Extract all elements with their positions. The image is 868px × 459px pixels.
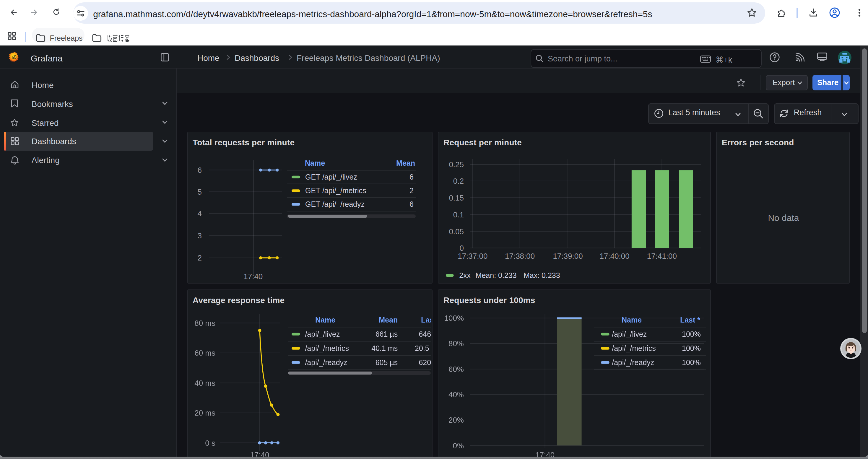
svg-text:3: 3 — [197, 232, 202, 240]
svg-text:0%: 0% — [453, 441, 464, 450]
svg-text:17:40: 17:40 — [535, 451, 555, 457]
svg-text:6: 6 — [197, 166, 202, 175]
svg-text:100%: 100% — [682, 345, 701, 353]
svg-text:/api/_/livez: /api/_/livez — [612, 330, 647, 338]
svg-text:Mean: 0.233: Mean: 0.233 — [476, 271, 517, 280]
svg-text:/api/_/readyz: /api/_/readyz — [305, 359, 347, 367]
svg-text:17:41:00: 17:41:00 — [647, 252, 677, 261]
svg-text:20.5 ms: 20.5 ms — [414, 345, 433, 353]
svg-text:/api/_/livez: /api/_/livez — [305, 330, 339, 338]
svg-text:0.05: 0.05 — [449, 227, 464, 236]
svg-text:40.1 ms: 40.1 ms — [371, 345, 397, 353]
svg-text:2: 2 — [197, 254, 202, 263]
svg-text:GET /api/_/livez: GET /api/_/livez — [305, 173, 357, 182]
svg-text:GET /api/_/readyz: GET /api/_/readyz — [305, 200, 364, 208]
svg-text:17:40: 17:40 — [243, 272, 262, 281]
svg-text:2: 2 — [409, 187, 413, 195]
svg-text:Name: Name — [622, 316, 642, 324]
svg-text:40%: 40% — [448, 391, 464, 399]
svg-text:/api/_/metrics: /api/_/metrics — [305, 345, 349, 353]
svg-text:17:37:00: 17:37:00 — [458, 252, 488, 261]
svg-text:2xx: 2xx — [459, 271, 471, 280]
svg-text:/api/_/metrics: /api/_/metrics — [612, 345, 656, 353]
svg-text:646 µs: 646 µs — [418, 330, 433, 338]
svg-text:6: 6 — [409, 173, 413, 182]
svg-text:20 ms: 20 ms — [194, 409, 215, 418]
svg-text:Mean: Mean — [396, 159, 415, 167]
svg-text:0.2: 0.2 — [453, 177, 464, 186]
svg-text:4: 4 — [197, 209, 202, 218]
svg-text:80 ms: 80 ms — [194, 319, 215, 328]
svg-text:Last *: Last * — [421, 316, 433, 324]
svg-text:17:39:00: 17:39:00 — [553, 252, 583, 261]
svg-text:6: 6 — [409, 200, 413, 208]
svg-text:100%: 100% — [682, 330, 701, 338]
svg-text:17:40:00: 17:40:00 — [599, 252, 629, 261]
svg-text:0 s: 0 s — [205, 438, 215, 448]
svg-text:Name: Name — [315, 316, 335, 324]
svg-text:100%: 100% — [682, 359, 701, 367]
svg-text:661 µs: 661 µs — [375, 330, 398, 338]
svg-text:17:40: 17:40 — [250, 451, 269, 457]
svg-text:620 µs: 620 µs — [418, 359, 433, 367]
svg-text:0.15: 0.15 — [449, 193, 464, 202]
svg-text:80%: 80% — [448, 339, 464, 348]
svg-text:Mean: Mean — [378, 316, 397, 324]
svg-text:/api/_/readyz: /api/_/readyz — [612, 359, 654, 367]
svg-text:100%: 100% — [444, 314, 464, 323]
svg-text:Name: Name — [305, 159, 325, 167]
svg-text:60%: 60% — [448, 365, 464, 374]
svg-text:17:38:00: 17:38:00 — [505, 252, 535, 261]
svg-text:605 µs: 605 µs — [375, 359, 398, 367]
svg-text:20%: 20% — [448, 416, 464, 425]
svg-text:5: 5 — [197, 188, 202, 196]
svg-text:0.1: 0.1 — [453, 210, 464, 219]
svg-text:GET /api/_/metrics: GET /api/_/metrics — [305, 187, 366, 195]
svg-text:0.25: 0.25 — [449, 160, 464, 169]
svg-text:Last *: Last * — [680, 316, 700, 324]
svg-text:40 ms: 40 ms — [194, 379, 215, 388]
svg-text:Max: 0.233: Max: 0.233 — [524, 271, 560, 280]
svg-text:0: 0 — [460, 244, 464, 253]
svg-text:60 ms: 60 ms — [194, 349, 215, 358]
